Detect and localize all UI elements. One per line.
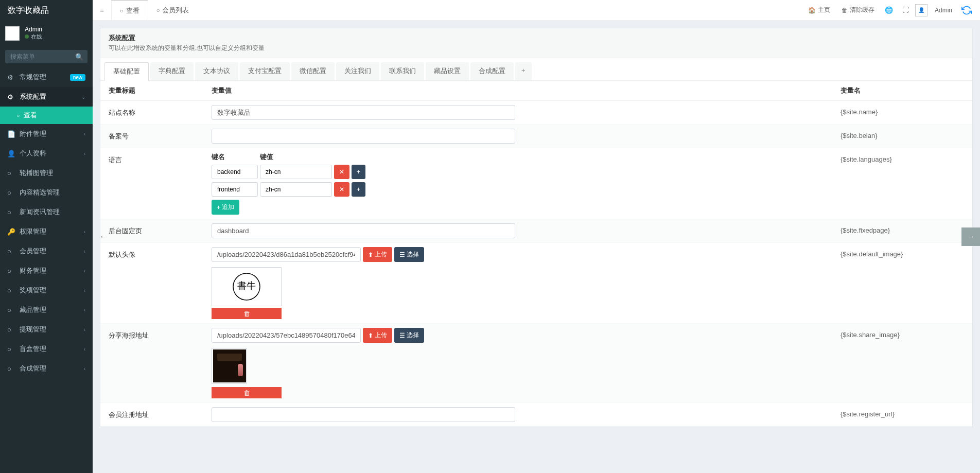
- sidebar-item-carousel[interactable]: ○轮播图管理: [0, 163, 93, 183]
- remove-lang-1-button[interactable]: ✕: [334, 182, 349, 197]
- cog-icon: ⚙: [7, 93, 16, 101]
- label-default-image: 默认头像: [109, 247, 212, 259]
- sidebar-item-permission[interactable]: 🔑权限管理‹: [0, 222, 93, 241]
- input-default-image[interactable]: [212, 247, 361, 262]
- input-lang-val-0[interactable]: [260, 165, 332, 179]
- delete-share-image-button[interactable]: 🗑: [212, 387, 282, 398]
- label-beian: 备案号: [109, 129, 212, 141]
- var-languages: {$site.languages}: [841, 152, 964, 163]
- kv-val-header: 键值: [260, 152, 332, 162]
- chevron-down-icon: ⌄: [81, 94, 85, 100]
- append-lang-button[interactable]: +追加: [212, 200, 239, 215]
- hamburger-icon[interactable]: ≡: [93, 6, 111, 14]
- topbar-avatar[interactable]: 👤: [915, 4, 927, 16]
- input-site-name[interactable]: [212, 105, 515, 120]
- header-title: 变量标题: [109, 86, 212, 95]
- add-lang-0-button[interactable]: +: [352, 165, 365, 179]
- var-beian: {$site.beian}: [841, 129, 964, 139]
- user-avatar[interactable]: [5, 26, 20, 41]
- home-icon: 🏠: [808, 7, 816, 14]
- chevron-left-icon: ‹: [84, 307, 85, 313]
- plus-icon: +: [217, 204, 220, 211]
- admin-dropdown[interactable]: Admin: [931, 5, 956, 16]
- refresh-icon[interactable]: [959, 3, 974, 17]
- chevron-left-icon: ‹: [84, 131, 85, 137]
- tab-contact[interactable]: 联系我们: [381, 62, 424, 80]
- select-share-image-button[interactable]: ☰选择: [394, 328, 424, 343]
- language-icon[interactable]: 🌐: [882, 4, 896, 16]
- tab-collection[interactable]: 藏品设置: [426, 62, 469, 80]
- content: 系统配置 可以在此增改系统的变量和分组,也可以自定义分组和变量 基础配置 字典配…: [93, 21, 980, 473]
- chevron-left-icon: ‹: [84, 249, 85, 254]
- sidebar-item-attachment[interactable]: 📄附件管理‹: [0, 124, 93, 144]
- input-fixedpage[interactable]: [212, 223, 515, 238]
- sidebar-item-system-config[interactable]: ⚙系统配置⌄: [0, 87, 93, 107]
- input-beian[interactable]: [212, 129, 515, 144]
- label-share-image: 分享海报地址: [109, 328, 212, 340]
- sidebar-item-profile[interactable]: 👤个人资料‹: [0, 144, 93, 163]
- sidebar-item-member[interactable]: ○会员管理‹: [0, 241, 93, 261]
- search-icon[interactable]: 🔍: [75, 53, 83, 61]
- tab-basic[interactable]: 基础配置: [104, 62, 149, 81]
- tab-synthesis[interactable]: 合成配置: [470, 62, 514, 80]
- nav-next-button[interactable]: →: [961, 227, 980, 246]
- upload-share-image-button[interactable]: ⬆上传: [363, 328, 392, 343]
- list-icon: ☰: [399, 332, 405, 339]
- sidebar-item-news[interactable]: ○新闻资讯管理: [0, 202, 93, 222]
- tab-view[interactable]: ○查看: [111, 0, 148, 20]
- upload-icon: ⬆: [368, 332, 373, 339]
- label-languages: 语言: [109, 152, 212, 165]
- sidebar-item-blindbox[interactable]: ○盲盒管理‹: [0, 339, 93, 359]
- add-lang-1-button[interactable]: +: [352, 182, 365, 197]
- tab-wechat[interactable]: 微信配置: [291, 62, 335, 80]
- tab-add[interactable]: +: [515, 62, 532, 80]
- home-button[interactable]: 🏠主页: [804, 4, 834, 16]
- sidebar-item-finance[interactable]: ○财务管理‹: [0, 261, 93, 281]
- circle-icon: ○: [7, 345, 16, 353]
- sidebar-item-award[interactable]: ○奖项管理‹: [0, 281, 93, 300]
- app-logo: 数字收藏品: [0, 0, 93, 21]
- circle-icon: ○: [7, 306, 16, 314]
- label-fixedpage: 后台固定页: [109, 223, 212, 236]
- sidebar-item-view[interactable]: 查看: [0, 107, 93, 124]
- upload-default-image-button[interactable]: ⬆上传: [363, 247, 392, 262]
- chevron-left-icon: ‹: [84, 327, 85, 332]
- fullscreen-icon[interactable]: ⛶: [899, 4, 912, 16]
- delete-default-image-button[interactable]: 🗑: [212, 308, 282, 319]
- var-fixedpage: {$site.fixedpage}: [841, 223, 964, 234]
- select-default-image-button[interactable]: ☰选择: [394, 247, 424, 262]
- nav-prev-button[interactable]: ←: [94, 227, 112, 246]
- tab-follow[interactable]: 关注我们: [336, 62, 379, 80]
- sidebar-search: 🔍: [0, 46, 93, 67]
- sidebar-item-general[interactable]: ⚙常规管理new: [0, 67, 93, 87]
- trash-icon: 🗑: [243, 389, 250, 397]
- user-name: Admin: [25, 26, 42, 33]
- tab-text[interactable]: 文本协议: [195, 62, 238, 80]
- input-lang-key-1[interactable]: [212, 182, 258, 197]
- user-panel: Admin 在线: [0, 21, 93, 46]
- clear-cache-button[interactable]: 🗑清除缓存: [837, 4, 879, 16]
- input-lang-val-1[interactable]: [260, 182, 332, 197]
- remove-lang-0-button[interactable]: ✕: [334, 165, 349, 179]
- trash-icon: 🗑: [243, 310, 250, 318]
- circle-icon: ○: [156, 7, 160, 13]
- circle-icon: ○: [7, 248, 16, 255]
- tab-dict[interactable]: 字典配置: [150, 62, 194, 80]
- key-icon: 🔑: [7, 228, 16, 236]
- times-icon: ✕: [339, 168, 344, 176]
- main: ≡ ○查看 ○会员列表 🏠主页 🗑清除缓存 🌐 ⛶ 👤 Admin: [93, 0, 980, 473]
- sidebar-item-withdraw[interactable]: ○提现管理‹: [0, 320, 93, 339]
- input-lang-key-0[interactable]: [212, 165, 258, 179]
- tab-alipay[interactable]: 支付宝配置: [240, 62, 290, 80]
- sidebar-item-featured[interactable]: ○内容精选管理: [0, 183, 93, 202]
- plus-icon: +: [357, 168, 360, 176]
- input-register-url[interactable]: [212, 407, 515, 422]
- var-register-url: {$site.register_url}: [841, 407, 964, 418]
- input-share-image[interactable]: [212, 328, 361, 343]
- sidebar-item-synthesis[interactable]: ○合成管理‹: [0, 359, 93, 378]
- sidebar-item-collection[interactable]: ○藏品管理‹: [0, 300, 93, 320]
- circle-icon: ○: [7, 208, 16, 216]
- cogs-icon: ⚙: [7, 74, 16, 81]
- chevron-left-icon: ‹: [84, 346, 85, 352]
- tab-member-list[interactable]: ○会员列表: [148, 0, 198, 20]
